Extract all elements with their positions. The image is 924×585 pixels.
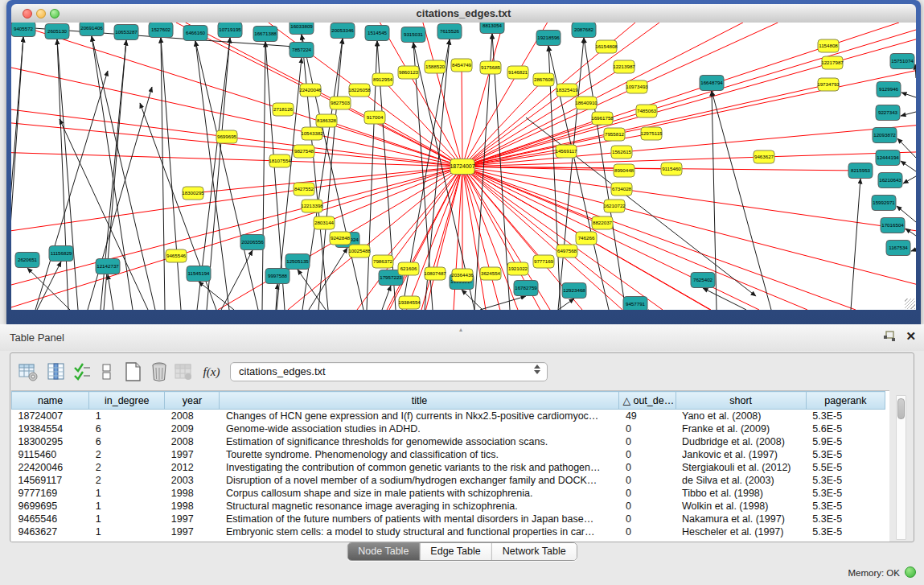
graph-edge[interactable] bbox=[462, 167, 614, 206]
tab-edge-table[interactable]: Edge Table bbox=[419, 543, 491, 560]
table-cell[interactable]: 2012 bbox=[165, 461, 220, 474]
unselect-all-icon[interactable] bbox=[96, 360, 118, 383]
tab-node-table[interactable]: Node Table bbox=[347, 543, 419, 560]
table-cell[interactable]: 14569117 bbox=[12, 474, 89, 487]
table-cell[interactable]: 1 bbox=[89, 500, 165, 513]
table-cell[interactable]: Jankovic et al. (1997) bbox=[676, 448, 806, 461]
table-cell[interactable]: 0 bbox=[619, 513, 676, 525]
table-cell[interactable]: Franke et al. (2009) bbox=[676, 422, 806, 435]
network-canvas-svg[interactable]: 1872400794055722605130206914061065328715… bbox=[11, 23, 916, 310]
table-cell[interactable]: 9115460 bbox=[12, 448, 89, 461]
graph-edge[interactable] bbox=[462, 290, 483, 310]
table-cell[interactable]: 5.6E-5 bbox=[806, 422, 885, 435]
table-row[interactable]: 1830029562008Estimation of significance … bbox=[12, 435, 885, 448]
graph-edge[interactable] bbox=[901, 93, 916, 97]
table-scrollbar[interactable] bbox=[896, 395, 906, 540]
table-cell[interactable]: 0 bbox=[619, 500, 676, 513]
table-cell[interactable]: 1998 bbox=[165, 500, 220, 513]
graph-edge[interactable] bbox=[11, 123, 304, 151]
graph-edge[interactable] bbox=[11, 189, 304, 231]
table-cell[interactable]: 5.3E-5 bbox=[806, 474, 885, 487]
graph-edge[interactable] bbox=[35, 71, 108, 310]
graph-edge[interactable] bbox=[480, 296, 526, 310]
table-cell[interactable]: Structural magnetic resonance image aver… bbox=[220, 500, 619, 513]
table-cell[interactable]: 1 bbox=[89, 410, 165, 423]
column-header-title[interactable]: title bbox=[220, 392, 619, 410]
graph-edge[interactable] bbox=[11, 153, 280, 161]
network-canvas[interactable]: 1872400794055722605130206914061065328715… bbox=[11, 23, 916, 310]
table-cell[interactable]: Tibbo et al. (1998) bbox=[676, 487, 806, 500]
table-cell[interactable]: 18724007 bbox=[12, 410, 89, 423]
table-cell[interactable]: 1 bbox=[89, 513, 165, 525]
close-icon[interactable]: ✕ bbox=[906, 330, 916, 343]
table-cell[interactable]: Estimation of the future numbers of pati… bbox=[220, 513, 619, 525]
graph-edge[interactable] bbox=[309, 248, 347, 310]
delete-table-icon[interactable] bbox=[148, 360, 170, 383]
table-cell[interactable]: 0 bbox=[619, 474, 676, 487]
resize-grip-icon[interactable] bbox=[905, 299, 915, 309]
graph-edge[interactable] bbox=[901, 161, 916, 171]
table-cell[interactable]: Tourette syndrome. Phenomenology and cla… bbox=[220, 448, 619, 461]
graph-edge[interactable] bbox=[903, 176, 916, 183]
table-cell[interactable]: 0 bbox=[619, 422, 676, 435]
table-cell[interactable]: 49 bbox=[619, 410, 676, 423]
float-window-icon[interactable] bbox=[883, 331, 896, 342]
graph-edge[interactable] bbox=[915, 64, 916, 78]
table-cell[interactable]: 5.3E-5 bbox=[806, 500, 885, 513]
table-cell[interactable]: 0 bbox=[619, 448, 676, 461]
column-header-pagerank[interactable]: pagerank bbox=[806, 392, 885, 410]
table-cell[interactable]: 6 bbox=[89, 422, 165, 435]
table-row[interactable]: 977716911998Corpus callosum shape and si… bbox=[12, 487, 885, 500]
table-cell[interactable]: 5.3E-5 bbox=[806, 487, 885, 500]
node-table[interactable]: namein_degreeyeartitle△ out_de…shortpage… bbox=[11, 390, 889, 542]
table-cell[interactable]: 18300295 bbox=[12, 435, 89, 448]
new-table-icon[interactable] bbox=[121, 360, 144, 383]
table-cell[interactable]: 5.3E-5 bbox=[806, 525, 885, 538]
table-cell[interactable]: 2008 bbox=[165, 435, 220, 448]
table-cell[interactable]: 1997 bbox=[165, 525, 220, 538]
table-cell[interactable]: 6 bbox=[89, 435, 165, 448]
table-row[interactable]: 969969511998Structural magnetic resonanc… bbox=[12, 500, 885, 513]
table-cell[interactable]: 1997 bbox=[165, 448, 220, 461]
graph-edge[interactable] bbox=[462, 167, 622, 310]
table-cell[interactable]: Estimation of significance thresholds fo… bbox=[220, 435, 619, 448]
graph-edge[interactable] bbox=[27, 268, 70, 310]
splitter-handle-icon[interactable]: ▴ bbox=[459, 326, 462, 333]
graph-edge[interactable] bbox=[108, 274, 113, 310]
graph-edge[interactable] bbox=[901, 112, 916, 116]
table-scrollbar-thumb[interactable] bbox=[897, 398, 905, 419]
graph-edge[interactable] bbox=[462, 167, 671, 169]
table-cell[interactable]: Disruption of a novel member of a sodium… bbox=[220, 474, 619, 487]
table-cell[interactable]: Yano et al. (2008) bbox=[676, 410, 806, 423]
graph-edge[interactable] bbox=[622, 126, 916, 152]
table-cell[interactable]: 19384554 bbox=[12, 422, 89, 435]
column-header-name[interactable]: name bbox=[12, 392, 89, 410]
show-column-icon[interactable] bbox=[45, 360, 68, 383]
table-select-dropdown[interactable]: citations_edges.txt bbox=[230, 362, 548, 381]
column-header-out_de[interactable]: △ out_de… bbox=[619, 392, 676, 410]
graph-edge[interactable] bbox=[11, 37, 23, 310]
table-cell[interactable]: Dudbridge et al. (2008) bbox=[676, 435, 806, 448]
table-row[interactable]: 1872400712008Changes of HCN gene express… bbox=[12, 410, 885, 423]
table-cell[interactable]: 9699695 bbox=[12, 500, 89, 513]
table-cell[interactable]: 5.3E-5 bbox=[806, 513, 885, 525]
graph-edge[interactable] bbox=[712, 91, 771, 310]
graph-edge[interactable] bbox=[11, 37, 23, 310]
table-cell[interactable]: 1997 bbox=[165, 513, 220, 525]
table-mode-icon[interactable] bbox=[17, 360, 39, 383]
graph-edge[interactable] bbox=[462, 87, 637, 167]
table-cell[interactable]: 2 bbox=[89, 474, 165, 487]
graph-edge[interactable] bbox=[227, 137, 462, 167]
table-cell[interactable]: 2008 bbox=[165, 410, 220, 423]
table-cell[interactable]: 2 bbox=[89, 461, 165, 474]
table-cell[interactable]: 2009 bbox=[165, 422, 220, 435]
table-row[interactable]: 946362711997Embryonic stem cells: a mode… bbox=[12, 525, 885, 538]
graph-edge[interactable] bbox=[462, 65, 462, 167]
table-cell[interactable]: Stergiakouli et al. (2012) bbox=[676, 461, 806, 474]
graph-edge[interactable] bbox=[614, 71, 916, 134]
table-cell[interactable]: Changes of HCN gene expression and I(f) … bbox=[220, 410, 619, 423]
table-row[interactable]: 1938455462009Genome-wide association stu… bbox=[12, 422, 885, 435]
column-header-year[interactable]: year bbox=[165, 392, 220, 410]
column-header-short[interactable]: short bbox=[676, 392, 806, 410]
graph-edge[interactable] bbox=[262, 42, 265, 310]
